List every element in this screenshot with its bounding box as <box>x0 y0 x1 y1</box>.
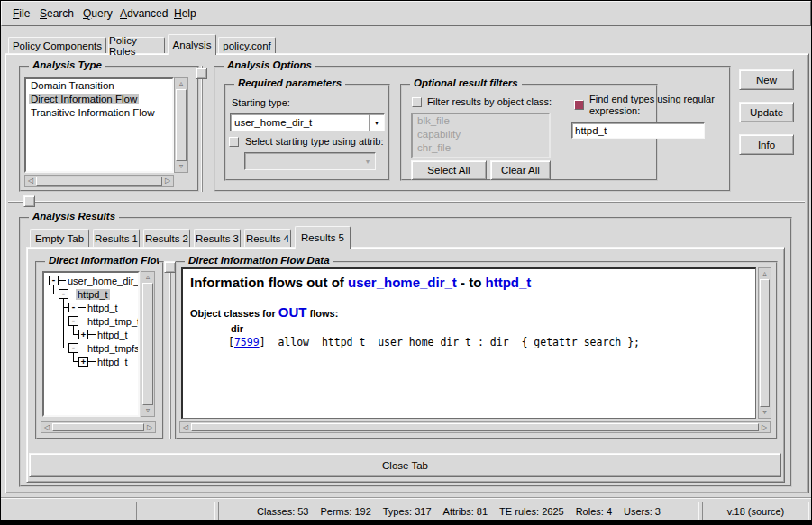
tree-node-label[interactable]: httpd_t <box>96 330 130 340</box>
pane-sash-handle[interactable] <box>23 195 35 207</box>
analysis-type-hscrollbar[interactable]: ◁ ▷ <box>24 175 174 187</box>
analysis-type-vscrollbar[interactable]: ▵ ▿ <box>174 77 188 173</box>
tab-policy-conf-label: policy.conf <box>223 41 270 51</box>
menu-advanced-mnemonic: A <box>120 7 127 20</box>
tab-empty-tab[interactable]: Empty Tab <box>30 229 89 247</box>
scroll-up-icon[interactable]: ▵ <box>759 268 771 279</box>
update-button[interactable]: Update <box>739 102 794 122</box>
scroll-thumb[interactable] <box>36 177 162 186</box>
menu-advanced[interactable]: Advanced <box>120 2 168 25</box>
list-item[interactable]: Direct Information Flow <box>26 93 172 106</box>
info-button[interactable]: Info <box>739 134 794 155</box>
filter-object-class-label[interactable]: Filter results by object class: <box>427 96 552 108</box>
scroll-thumb[interactable] <box>142 283 153 405</box>
tree-connector <box>88 361 96 362</box>
tree-node[interactable]: -httpd_tmp_t <box>68 315 140 327</box>
scroll-left-icon[interactable]: ◁ <box>41 422 52 432</box>
menu-advanced-rest: dvanced <box>127 7 168 20</box>
new-button[interactable]: New <box>739 69 794 90</box>
menu-file[interactable]: File <box>13 2 30 25</box>
menu-search-mnemonic: S <box>40 7 47 20</box>
tab-results-4-label: Results 4 <box>246 233 289 244</box>
tree-node-label[interactable]: httpd_t <box>86 303 120 313</box>
tree-node[interactable]: +httpd_t <box>78 329 130 340</box>
tree-expand-icon[interactable]: + <box>78 357 88 367</box>
scroll-up-icon[interactable]: ▵ <box>141 272 154 283</box>
flow-data-vscrollbar[interactable]: ▵ ▿ <box>758 267 771 419</box>
tab-results-3[interactable]: Results 3 <box>194 229 241 247</box>
tab-policy-conf[interactable]: policy.conf <box>218 37 276 53</box>
chevron-down-icon[interactable]: ▼ <box>369 114 384 131</box>
tab-results-1[interactable]: Results 1 <box>93 229 140 247</box>
tree-expand-icon[interactable]: - <box>49 276 59 285</box>
menu-search[interactable]: Search <box>40 2 74 25</box>
tab-results-5[interactable]: Results 5 <box>295 226 351 249</box>
tab-policy-components[interactable]: Policy Components <box>8 37 106 53</box>
scroll-right-icon[interactable]: ▷ <box>759 422 770 432</box>
tab-policy-rules[interactable]: Policy Rules <box>108 37 165 53</box>
tree-expand-icon[interactable]: - <box>68 316 78 326</box>
update-button-label: Update <box>750 107 783 118</box>
flow-tree-vscrollbar[interactable]: ▵ ▿ <box>141 271 155 417</box>
tree-connector <box>78 348 86 348</box>
scroll-up-icon[interactable]: ▵ <box>175 78 187 89</box>
scroll-thumb[interactable] <box>52 423 144 431</box>
menu-help[interactable]: Help <box>174 2 196 25</box>
menu-query[interactable]: Query <box>83 2 113 25</box>
tree-expand-icon[interactable]: + <box>78 330 88 339</box>
regex-input[interactable] <box>571 122 705 139</box>
pane-sash-handle[interactable] <box>196 68 207 79</box>
starting-type-combobox[interactable]: user_home_dir_t ▼ <box>230 113 385 131</box>
tree-node-label[interactable]: httpd_tmp_t <box>86 316 140 327</box>
scroll-down-icon[interactable]: ▿ <box>175 161 187 172</box>
flow-data-hscrollbar[interactable]: ◁ ▷ <box>179 421 771 433</box>
analysis-results-title: Analysis Results <box>29 211 119 222</box>
regex-checkbox-label[interactable]: Find end types using regular expression: <box>589 94 726 117</box>
select-all-button[interactable]: Select All <box>411 160 487 180</box>
filter-object-class-checkbox[interactable] <box>412 97 422 107</box>
tree-node-label[interactable]: httpd_tmpfs_t <box>86 343 140 354</box>
tab-results-2-label: Results 2 <box>145 233 188 244</box>
attrib-checkbox-label[interactable]: Select starting type using attrib: <box>245 136 388 148</box>
scroll-left-icon[interactable]: ◁ <box>25 176 36 186</box>
tree-node[interactable]: -httpd_t <box>68 302 120 313</box>
tree-node[interactable]: +httpd_t <box>78 356 130 367</box>
tree-expand-icon[interactable]: - <box>68 303 78 312</box>
tree-expand-icon[interactable]: - <box>68 343 78 353</box>
tree-connector <box>59 280 66 281</box>
flow-data-textarea[interactable]: Information flows out of user_home_dir_t… <box>181 267 756 419</box>
object-class-label: dir <box>231 323 243 334</box>
flow-tree[interactable]: -user_home_dir_t -httpd_t -httpd_t -http… <box>42 271 140 417</box>
tree-node[interactable]: -httpd_t <box>59 288 110 300</box>
scroll-right-icon[interactable]: ▷ <box>144 422 155 432</box>
close-tab-button[interactable]: Close Tab <box>29 453 781 477</box>
scroll-thumb[interactable] <box>760 279 770 407</box>
tree-node-label[interactable]: httpd_t <box>96 357 130 367</box>
tree-node[interactable]: -httpd_tmpfs_t <box>68 342 140 354</box>
tree-node-label[interactable]: user_home_dir_t <box>66 276 140 286</box>
tab-analysis[interactable]: Analysis <box>168 34 216 55</box>
list-item[interactable]: Domain Transition <box>26 79 172 93</box>
scroll-left-icon[interactable]: ◁ <box>180 422 191 432</box>
regex-checkbox[interactable] <box>574 100 584 110</box>
clear-all-button[interactable]: Clear All <box>490 160 551 180</box>
analysis-type-listbox[interactable]: Domain Transition Direct Information Flo… <box>24 77 174 173</box>
scroll-thumb[interactable] <box>191 423 759 431</box>
tab-results-2[interactable]: Results 2 <box>143 229 190 247</box>
rule-id-link[interactable]: 7599 <box>234 336 260 348</box>
scroll-right-icon[interactable]: ▷ <box>162 176 173 186</box>
scroll-down-icon[interactable]: ▿ <box>759 407 771 418</box>
scroll-thumb[interactable] <box>176 89 187 161</box>
attrib-checkbox[interactable] <box>229 137 239 147</box>
pane-sash-handle[interactable] <box>164 261 176 273</box>
scroll-down-icon[interactable]: ▿ <box>141 405 154 416</box>
tab-results-4[interactable]: Results 4 <box>244 229 291 247</box>
flow-tree-hscrollbar[interactable]: ◁ ▷ <box>41 421 156 433</box>
stat-types: Types: 317 <box>383 506 432 517</box>
tree-expand-icon[interactable]: - <box>59 289 68 299</box>
list-item[interactable]: Transitive Information Flow <box>26 106 172 120</box>
stat-roles: Roles: 4 <box>576 506 612 517</box>
object-class-listbox: blk_file capability chr_file <box>411 113 551 158</box>
tree-node[interactable]: -user_home_dir_t <box>49 275 140 286</box>
tree-node-label[interactable]: httpd_t <box>76 289 110 300</box>
